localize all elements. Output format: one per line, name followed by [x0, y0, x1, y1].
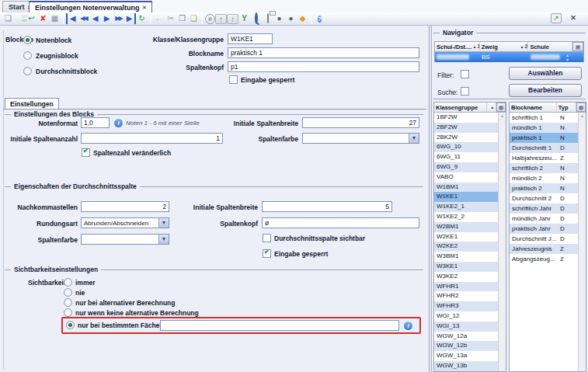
- back-arrow-icon[interactable]: ←: [153, 13, 165, 24]
- avg-eingabe-gesperrt-checkbox[interactable]: ✔: [263, 249, 271, 258]
- navigator-selected-row[interactable]: BS ▴ ▾: [435, 52, 583, 62]
- import-icon[interactable]: ↑: [215, 14, 227, 24]
- klassengruppe-item[interactable]: W3BM1: [434, 252, 498, 262]
- nav-next-icon[interactable]: ▶: [101, 13, 113, 24]
- nav-fast-prev-icon[interactable]: ◀◀: [78, 13, 89, 24]
- chevron-down-icon[interactable]: ▼: [158, 235, 169, 244]
- radio-notenblock[interactable]: [23, 36, 32, 44]
- bearbeiten-button[interactable]: Bearbeiten: [509, 84, 582, 97]
- radio-nur-bei-alternativer-berechnung[interactable]: [64, 298, 72, 307]
- klassengruppe-item[interactable]: W1KE2_2: [434, 212, 498, 222]
- klassengruppe-item[interactable]: WFHR3: [434, 301, 498, 311]
- block-item[interactable]: mündlich JahrD: [510, 214, 578, 224]
- undo-icon[interactable]: ↩: [26, 13, 37, 24]
- spaltenkopf-input[interactable]: [228, 61, 419, 72]
- eingabe-gesperrt-checkbox[interactable]: [229, 75, 238, 84]
- block-item[interactable]: mündlich 1N: [510, 123, 578, 133]
- column-header-blockname[interactable]: Blockname: [510, 103, 557, 112]
- klassengruppe-item[interactable]: W1KE2_1: [434, 202, 498, 212]
- block-item[interactable]: Durchschnitt J...D: [510, 234, 578, 244]
- klassengruppe-item[interactable]: WGW_12b: [434, 341, 498, 351]
- delete-icon[interactable]: ✘: [37, 13, 49, 24]
- close-panel-button[interactable]: ✕: [568, 13, 579, 23]
- nav-last-icon[interactable]: ▶: [124, 13, 136, 24]
- row-spinner[interactable]: ▴ ▾: [562, 53, 573, 62]
- megaphone-icon[interactable]: ◆: [297, 13, 308, 24]
- klassengruppe-item[interactable]: WGW_13b: [434, 361, 498, 371]
- search-icon[interactable]: [250, 13, 262, 24]
- column-picker-icon[interactable]: ▦: [576, 103, 586, 112]
- block-item[interactable]: schriftlich JahrD: [510, 203, 578, 214]
- scroll-up-icon[interactable]: ▲: [499, 113, 506, 118]
- avg-spaltenkopf-input[interactable]: [262, 217, 419, 228]
- bloecke-scrollbar[interactable]: ▲: [578, 113, 586, 371]
- column-picker-icon[interactable]: ▦: [572, 42, 583, 51]
- klasse-input[interactable]: [228, 33, 273, 44]
- klassengruppe-item[interactable]: WGI_12: [434, 311, 498, 322]
- column-header-klassengruppe[interactable]: Klassengruppe: [434, 103, 487, 112]
- block-item[interactable]: schriftlich 1N: [510, 113, 578, 123]
- klassengruppe-item[interactable]: W2BM1: [434, 222, 498, 232]
- print-icon[interactable]: [262, 13, 273, 24]
- spinner-down-icon[interactable]: ▾: [566, 57, 569, 62]
- init-spaltenbreite-input[interactable]: [302, 117, 419, 128]
- block-item[interactable]: praktisch 1N: [510, 133, 578, 143]
- info-icon[interactable]: i: [114, 119, 123, 127]
- nav-prev-icon[interactable]: ◀: [89, 13, 101, 24]
- cut-icon[interactable]: ✂: [165, 13, 176, 24]
- klassengruppe-item[interactable]: WFHR2: [434, 291, 498, 301]
- radio-durchschnittsblock[interactable]: [23, 67, 32, 75]
- spaltenzahl-veraenderlich-checkbox[interactable]: ✔: [82, 148, 90, 157]
- radio-zeugnisblock[interactable]: [23, 51, 32, 60]
- klassengruppe-item[interactable]: W1KE1: [434, 192, 498, 202]
- klassengruppe-item[interactable]: 6WG_9: [434, 162, 498, 172]
- float-panel-button[interactable]: ↗: [551, 13, 562, 23]
- nav-first-icon[interactable]: ◀: [66, 13, 78, 24]
- block-item[interactable]: mündlich 2N: [510, 173, 578, 183]
- klassengruppe-item[interactable]: WGI_13: [434, 322, 498, 332]
- klassengruppe-item[interactable]: W2KE2: [434, 242, 498, 252]
- tab-settings[interactable]: Einstellungen: [5, 98, 59, 109]
- klassengruppe-item[interactable]: WGW_13a: [434, 351, 498, 361]
- filter-checkbox[interactable]: [461, 70, 469, 78]
- new-record-icon[interactable]: ❏: [2, 13, 14, 24]
- spaltenfarbe-select[interactable]: ▼: [302, 133, 419, 144]
- block-item[interactable]: JahreszeugnisZ: [510, 244, 578, 254]
- klassengruppe-item[interactable]: W3KE1: [434, 262, 498, 272]
- block-item[interactable]: Abgangszeug...Z: [510, 254, 578, 264]
- klassengruppe-item[interactable]: 6WG_10: [434, 142, 498, 152]
- block-item[interactable]: Durchschnitt 1D: [510, 143, 578, 153]
- radio-nur-bei-bestimmten-faechern[interactable]: [66, 321, 75, 329]
- klassengruppe-item[interactable]: 1BF2W: [434, 113, 498, 123]
- klassengruppe-item[interactable]: W1BM1: [434, 183, 498, 193]
- help-icon[interactable]: ?: [314, 13, 325, 24]
- tab-einstellungen-notenverwaltung[interactable]: Einstellungen Notenverwaltung ×: [29, 1, 152, 12]
- block-item[interactable]: praktisch JahrD: [510, 224, 578, 234]
- klassengruppe-item[interactable]: WGW_12a: [434, 332, 498, 342]
- merge-icon[interactable]: Y: [238, 13, 250, 24]
- radio-immer[interactable]: [64, 278, 72, 287]
- export-icon[interactable]: ↑: [227, 14, 238, 24]
- chevron-down-icon[interactable]: ▼: [409, 134, 419, 143]
- klassengruppe-item[interactable]: W3KE2: [434, 272, 498, 282]
- durchschnittsspalte-sichtbar-checkbox[interactable]: [263, 234, 271, 242]
- block-item[interactable]: Durchschnitt 2D: [510, 193, 578, 203]
- klassengruppe-item[interactable]: WFHR1: [434, 282, 498, 292]
- klassengruppe-item[interactable]: 2BF2W: [434, 123, 498, 133]
- faecher-input[interactable]: [160, 320, 399, 331]
- avg-spaltenfarbe-select[interactable]: ▼: [81, 234, 169, 245]
- klassengruppen-scrollbar[interactable]: ▲: [498, 113, 506, 371]
- blockname-input[interactable]: [228, 47, 419, 58]
- radio-nur-wenn-keine-alternative-berechnung[interactable]: [64, 308, 72, 317]
- column-picker-icon[interactable]: ▦: [496, 103, 506, 112]
- save-icon[interactable]: [14, 13, 26, 24]
- column-header-schule[interactable]: Schule: [528, 42, 572, 51]
- refresh-icon[interactable]: ↻: [136, 13, 148, 24]
- klassengruppe-item[interactable]: 6WG_11: [434, 152, 498, 162]
- klassengruppe-item[interactable]: VABO: [434, 172, 498, 183]
- block-item[interactable]: Halbjahreszeu...Z: [510, 153, 578, 163]
- nav-fast-next-icon[interactable]: ▶▶: [113, 13, 124, 24]
- radio-nie[interactable]: [64, 288, 72, 297]
- block-item[interactable]: praktisch 2N: [510, 183, 578, 193]
- column-header-zweig[interactable]: Zweig ▲ 2: [480, 42, 529, 51]
